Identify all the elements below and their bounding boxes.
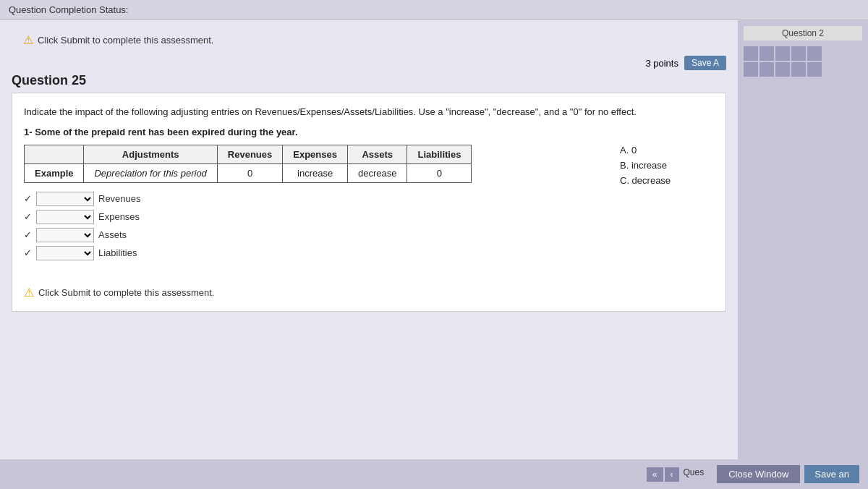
liabilities-select[interactable]: 0 increase decrease bbox=[36, 246, 94, 260]
grid-cell[interactable] bbox=[791, 46, 806, 61]
col-header-assets: Assets bbox=[347, 145, 407, 163]
submit-notice-top: Click Submit to complete this assessment… bbox=[38, 35, 213, 46]
example-assets: decrease bbox=[347, 163, 407, 182]
expenses-dropdown-row: ✓ 0 increase decrease Expenses bbox=[24, 210, 605, 224]
nav-first-button[interactable]: « bbox=[647, 467, 663, 482]
expenses-label: Expenses bbox=[98, 211, 140, 222]
chevron-down-icon: ✓ bbox=[24, 193, 32, 204]
revenues-select[interactable]: 0 increase decrease bbox=[36, 192, 94, 206]
assets-select[interactable]: 0 increase decrease bbox=[36, 228, 94, 242]
nav-prev-button[interactable]: ‹ bbox=[665, 467, 679, 482]
grid-cell[interactable] bbox=[775, 46, 790, 61]
example-liabilities: 0 bbox=[407, 163, 472, 182]
expenses-select[interactable]: 0 increase decrease bbox=[36, 210, 94, 224]
save-answers-button[interactable]: Save an bbox=[804, 465, 859, 483]
col-header-blank bbox=[25, 145, 84, 163]
grid-cell[interactable] bbox=[791, 62, 806, 77]
submit-notice-bottom: Click Submit to complete this assessment… bbox=[38, 287, 214, 298]
question-number: Question 25 bbox=[12, 73, 726, 88]
liabilities-dropdown-row: ✓ 0 increase decrease Liabilities bbox=[24, 246, 605, 260]
chevron-down-icon-2: ✓ bbox=[24, 211, 32, 222]
chevron-down-icon-3: ✓ bbox=[24, 229, 32, 240]
answer-choices-panel: A. 0 B. increase C. decrease bbox=[605, 145, 714, 264]
liabilities-label: Liabilities bbox=[98, 247, 137, 258]
question-completion-label: Question Completion Status: bbox=[9, 4, 128, 15]
question-sub-instruction: 1- Some of the prepaid rent has been exp… bbox=[24, 127, 714, 137]
col-header-expenses: Expenses bbox=[283, 145, 348, 163]
choice-a: A. 0 bbox=[620, 145, 714, 156]
nav-buttons: « ‹ Ques bbox=[647, 467, 707, 482]
grid-cell[interactable] bbox=[760, 46, 774, 61]
example-adjustment: Depreciation for this period bbox=[84, 163, 217, 182]
grid-cell[interactable] bbox=[744, 62, 758, 77]
choice-c: C. decrease bbox=[620, 175, 714, 186]
close-window-button[interactable]: Close Window bbox=[717, 465, 800, 483]
points-label: 3 points bbox=[645, 58, 678, 69]
question-grid bbox=[744, 46, 822, 77]
table-row: Example Depreciation for this period 0 i… bbox=[25, 163, 472, 182]
grid-cell[interactable] bbox=[760, 62, 774, 77]
save-button-top[interactable]: Save A bbox=[684, 56, 726, 70]
choice-b: B. increase bbox=[620, 160, 714, 171]
adjustments-table: Adjustments Revenues Expenses Assets Lia… bbox=[24, 145, 472, 183]
assets-label: Assets bbox=[98, 229, 127, 240]
grid-cell[interactable] bbox=[744, 46, 758, 61]
grid-cell[interactable] bbox=[807, 46, 822, 61]
col-header-liabilities: Liabilities bbox=[407, 145, 472, 163]
assets-dropdown-row: ✓ 0 increase decrease Assets bbox=[24, 228, 605, 242]
footer-bar: « ‹ Ques Close Window Save an bbox=[0, 459, 868, 489]
example-label: Example bbox=[25, 163, 84, 182]
warning-icon: ⚠ bbox=[23, 33, 33, 47]
col-header-revenues: Revenues bbox=[217, 145, 282, 163]
grid-cell[interactable] bbox=[807, 62, 822, 77]
question-instruction: Indicate the impact of the following adj… bbox=[24, 105, 714, 119]
revenues-label: Revenues bbox=[98, 193, 141, 204]
grid-cell[interactable] bbox=[775, 62, 790, 77]
chevron-down-icon-4: ✓ bbox=[24, 247, 32, 258]
warning-icon-2: ⚠ bbox=[24, 286, 34, 299]
right-panel-question-label: Question 2 bbox=[744, 26, 862, 41]
ques-label: Ques bbox=[681, 467, 707, 482]
example-expenses: increase bbox=[283, 163, 348, 182]
revenues-dropdown-row: ✓ 0 increase decrease Revenues bbox=[24, 192, 605, 206]
example-revenues: 0 bbox=[217, 163, 282, 182]
col-header-adjustments: Adjustments bbox=[84, 145, 217, 163]
